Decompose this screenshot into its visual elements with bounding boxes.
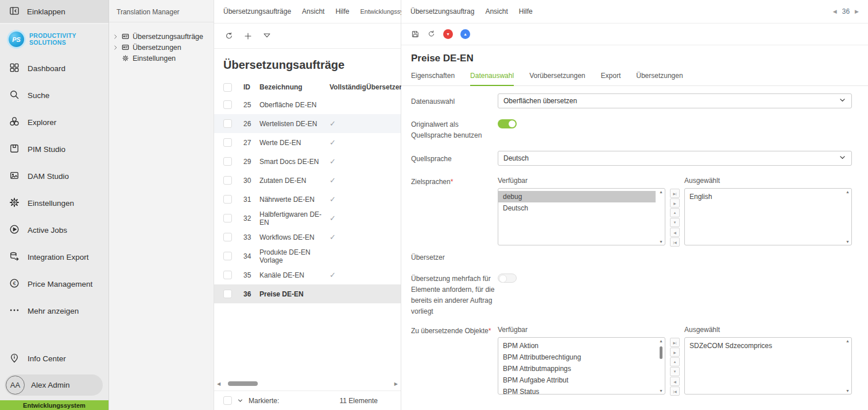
table-row[interactable]: 27Werte DE-EN✓ xyxy=(214,133,401,152)
previous-record-icon[interactable]: ◀ xyxy=(833,9,837,14)
move-up-button[interactable]: ▲ xyxy=(670,357,680,366)
tree-item-einstellungen[interactable]: Einstellungen xyxy=(113,53,210,64)
scrollbar-thumb[interactable] xyxy=(660,346,662,359)
move-right-button[interactable]: ▶ xyxy=(670,347,680,357)
row-checkbox[interactable] xyxy=(223,290,232,298)
filter-button[interactable] xyxy=(262,32,272,41)
tree-item-bersetzungsauftr-ge[interactable]: Übersetzungsaufträge xyxy=(113,31,210,42)
list-option[interactable]: Deutsch xyxy=(498,202,656,214)
row-checkbox[interactable] xyxy=(223,233,232,241)
scroll-down-icon[interactable]: ▼ xyxy=(846,389,850,393)
user-menu[interactable]: AA Alex Admin xyxy=(5,374,103,396)
table-row[interactable]: 26Wertelisten DE-EN✓ xyxy=(214,114,401,133)
row-checkbox[interactable] xyxy=(223,214,232,222)
menu-hilfe[interactable]: Hilfe xyxy=(519,7,533,15)
sidebar-item-integration-export[interactable]: Integration Export xyxy=(0,244,108,271)
tab-bersetzungen[interactable]: Übersetzungen xyxy=(636,72,683,85)
add-button[interactable] xyxy=(243,32,253,41)
row-checkbox[interactable] xyxy=(223,195,232,204)
sidebar-item-explorer[interactable]: Explorer xyxy=(0,109,108,136)
scroll-up-icon[interactable]: ▲ xyxy=(846,339,850,343)
move-left-button[interactable]: ◀ xyxy=(670,377,680,386)
table-row[interactable]: 32Halbfertigwaren DE-EN✓ xyxy=(214,209,401,228)
export-down-button[interactable]: ▼ xyxy=(443,29,453,39)
table-row[interactable]: 33Workflows DE-EN✓ xyxy=(214,228,401,247)
move-all-left-button[interactable]: |◀ xyxy=(670,386,680,396)
list-option[interactable]: SDZeCOM Sdzecomprices xyxy=(685,340,842,352)
table-row[interactable]: 31Nährwerte DE-EN✓ xyxy=(214,190,401,209)
sidebar-item-price-management[interactable]: €Price Management xyxy=(0,271,108,298)
list-option[interactable]: BPM Attributmappings xyxy=(498,363,656,374)
list-option[interactable]: BPM Aufgabe Attribut xyxy=(498,374,656,386)
sidebar-item-info-center[interactable]: Info Center xyxy=(0,345,108,372)
tab-vor-bersetzungen[interactable]: Vorübersetzungen xyxy=(529,72,585,85)
move-all-right-button[interactable]: ▶| xyxy=(670,338,680,347)
list-option[interactable]: BPM Attributberechtigung xyxy=(498,352,656,363)
sidebar-item-suche[interactable]: Suche xyxy=(0,82,108,109)
marked-checkbox[interactable] xyxy=(223,396,232,405)
quellsprache-select[interactable]: Deutsch xyxy=(498,151,852,166)
table-row[interactable]: 25Oberfläche DE-EN xyxy=(214,95,401,114)
row-checkbox[interactable] xyxy=(223,138,232,147)
scroll-down-icon[interactable]: ▼ xyxy=(846,240,850,244)
menu-ansicht[interactable]: Ansicht xyxy=(302,7,324,15)
tab-eigenschaften[interactable]: Eigenschaften xyxy=(411,72,455,85)
row-checkbox[interactable] xyxy=(223,157,232,166)
scroll-down-icon[interactable]: ▼ xyxy=(659,240,663,244)
reload-button[interactable] xyxy=(427,30,436,38)
move-right-button[interactable]: ▶ xyxy=(670,198,680,208)
move-all-right-button[interactable]: ▶| xyxy=(670,189,680,198)
list-option[interactable]: BPM Status xyxy=(498,386,656,395)
row-checkbox[interactable] xyxy=(223,119,232,128)
move-left-button[interactable]: ◀ xyxy=(670,228,680,237)
import-up-button[interactable]: ▲ xyxy=(460,29,470,39)
list-option[interactable]: English xyxy=(685,191,842,202)
row-checkbox[interactable] xyxy=(223,271,232,279)
sidebar-item-dashboard[interactable]: Dashboard xyxy=(0,55,108,82)
table-row[interactable]: 34Produkte DE-EN Vorlage xyxy=(214,247,401,265)
move-down-button[interactable]: ▼ xyxy=(670,218,680,227)
save-button[interactable] xyxy=(411,30,420,38)
scroll-down-icon[interactable]: ▼ xyxy=(659,389,663,393)
table-row[interactable]: 36Preise DE-EN xyxy=(214,284,401,303)
scroll-right-icon[interactable]: ▶ xyxy=(393,381,399,386)
menu-ansicht[interactable]: Ansicht xyxy=(485,7,507,15)
row-checkbox[interactable] xyxy=(223,252,232,260)
collapse-sidebar-button[interactable]: Einklappen xyxy=(0,0,108,24)
sidebar-item-mehr-anzeigen[interactable]: Mehr anzeigen xyxy=(0,298,108,325)
scroll-up-icon[interactable]: ▲ xyxy=(659,190,663,194)
row-checkbox[interactable] xyxy=(223,100,232,109)
menu-bersetzungsauftr-ge[interactable]: Übersetzungsaufträge xyxy=(223,7,291,15)
next-record-icon[interactable]: ▶ xyxy=(855,9,859,14)
sidebar-item-einstellungen[interactable]: Einstellungen xyxy=(0,190,108,217)
tab-export[interactable]: Export xyxy=(601,72,621,85)
scrollbar-thumb[interactable] xyxy=(228,381,258,386)
originalwert-toggle[interactable] xyxy=(498,119,517,128)
horizontal-scrollbar[interactable]: ◀ ▶ xyxy=(216,379,399,388)
datenauswahl-select[interactable]: Oberflächen übersetzen xyxy=(498,93,852,108)
scroll-up-icon[interactable]: ▲ xyxy=(846,190,850,194)
table-row[interactable]: 30Zutaten DE-EN✓ xyxy=(214,171,401,190)
menu-hilfe[interactable]: Hilfe xyxy=(335,7,349,15)
sidebar-item-dam-studio[interactable]: DAM Studio xyxy=(0,163,108,190)
scroll-left-icon[interactable]: ◀ xyxy=(216,381,222,386)
sidebar-item-active-jobs[interactable]: Active Jobs xyxy=(0,217,108,244)
move-down-button[interactable]: ▼ xyxy=(670,367,680,376)
chevron-right-icon[interactable] xyxy=(113,45,118,50)
tree-item-bersetzungen[interactable]: Übersetzungen xyxy=(113,42,210,53)
list-option[interactable]: debug xyxy=(498,191,656,202)
sidebar-item-pim-studio[interactable]: PIM Studio xyxy=(0,136,108,163)
table-row[interactable]: 35Kanäle DE-EN✓ xyxy=(214,265,401,284)
menu-bersetzungsauftrag[interactable]: Übersetzungsauftrag xyxy=(410,7,474,15)
move-all-left-button[interactable]: |◀ xyxy=(670,237,680,247)
refresh-button[interactable] xyxy=(224,32,234,41)
scroll-up-icon[interactable]: ▲ xyxy=(659,339,663,343)
chevron-down-icon[interactable] xyxy=(237,397,243,404)
row-checkbox[interactable] xyxy=(223,176,232,185)
table-row[interactable]: 29Smart Docs DE-EN✓ xyxy=(214,152,401,171)
move-up-button[interactable]: ▲ xyxy=(670,208,680,217)
chevron-right-icon[interactable] xyxy=(113,34,118,40)
select-all-checkbox[interactable] xyxy=(223,83,232,92)
list-option[interactable]: BPM Aktion xyxy=(498,340,656,352)
mehrfach-toggle[interactable] xyxy=(498,274,517,283)
